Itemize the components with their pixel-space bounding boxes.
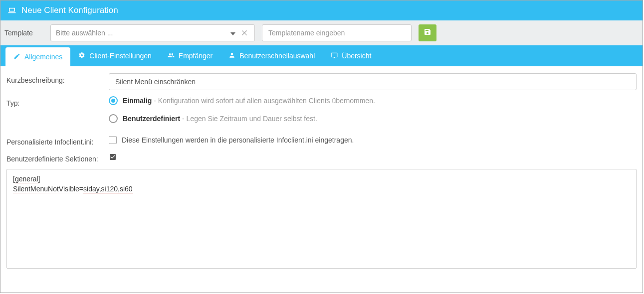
tab-label: Übersicht [342,52,371,60]
code-text: = [79,185,83,193]
panel-title: Neue Client Konfiguration [21,5,118,15]
panel-header: Neue Client Konfiguration [0,0,643,20]
tab-client-einstellungen[interactable]: Client-Einstellungen [70,45,160,66]
radio-label-strong: Einmalig [123,97,152,105]
ini-checkbox-label: Diese Einstellungen werden in die person… [122,136,354,144]
save-button[interactable] [419,24,436,41]
typ-label: Typ: [6,96,109,107]
code-text: SilentMenuNotVisible [13,185,79,193]
tab-content: Kurzbeschreibung: Typ: Einmalig - Konfig… [0,66,643,275]
sections-textarea[interactable]: [general] SilentMenuNotVisible=siday,si1… [6,169,637,269]
edit-icon [13,53,20,61]
code-text: general [15,175,38,183]
template-select[interactable]: Bitte auswählen ... [50,24,255,41]
ini-label: Personalisierte Infoclient.ini: [6,135,109,146]
tab-label: Client-Einstellungen [89,52,152,60]
tab-allgemeines[interactable]: Allgemeines [5,47,70,66]
radio-label-muted: - Legen Sie Zeitraum und Dauer selbst fe… [180,115,317,123]
template-name-input[interactable] [262,24,412,41]
code-text: siday,si120,si60 [83,185,133,193]
radio-unchecked-icon [109,114,118,123]
radio-label-muted: - Konfiguration wird sofort auf allen au… [152,97,375,105]
tab-benutzerschnellauswahl[interactable]: Benutzerschnellauswahl [220,45,323,66]
typ-radio-benutzerdefiniert[interactable]: Benutzerdefiniert - Legen Sie Zeitraum u… [109,114,637,123]
save-icon [424,28,431,37]
checkbox-unchecked-icon [109,136,117,144]
laptop-icon [7,6,16,15]
user-icon [228,52,235,60]
sections-checkbox[interactable] [109,154,117,162]
code-text: ] [38,175,40,183]
tab-label: Empfänger [179,52,213,60]
tab-uebersicht[interactable]: Übersicht [323,45,379,66]
typ-radio-einmalig[interactable]: Einmalig - Konfiguration wird sofort auf… [109,96,637,105]
ini-checkbox-wrap[interactable]: Diese Einstellungen werden in die person… [109,136,354,144]
tab-label: Benutzerschnellauswahl [239,52,315,60]
desc-input[interactable] [109,73,637,90]
template-select-placeholder: Bitte auswählen ... [56,29,226,37]
monitor-icon [331,52,338,60]
tab-label: Allgemeines [24,53,62,61]
tab-bar: Allgemeines Client-Einstellungen Empfäng… [0,45,643,66]
template-label: Template [4,29,43,37]
tab-empfaenger[interactable]: Empfänger [160,45,220,66]
users-icon [168,52,175,60]
caret-down-icon [226,29,239,37]
template-toolbar: Template Bitte auswählen ... [0,20,643,45]
desc-label: Kurzbeschreibung: [6,73,109,84]
radio-checked-icon [109,96,118,105]
sections-label: Benutzerdefinierte Sektionen: [6,152,109,163]
clear-select-icon[interactable] [239,29,249,37]
gears-icon [78,52,85,60]
radio-label-strong: Benutzerdefiniert [123,115,180,123]
